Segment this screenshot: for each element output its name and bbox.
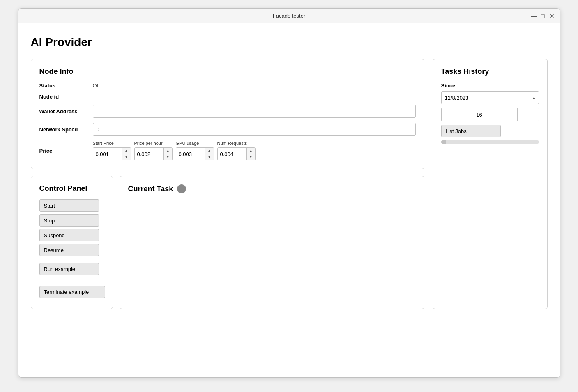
time-hour-input[interactable]	[442, 108, 518, 121]
spinner-input: ▲ ▼	[176, 147, 214, 160]
node-info-card: Node Info Status Off Node id Wallet Addr…	[31, 59, 424, 169]
wallet-address-input[interactable]	[93, 105, 416, 118]
progress-bar	[441, 140, 539, 144]
node-info-title: Node Info	[39, 67, 416, 76]
tasks-history-title: Tasks History	[441, 67, 539, 76]
maximize-button[interactable]: □	[540, 13, 546, 19]
since-label: Since:	[441, 83, 539, 89]
current-task-header: Current Task	[128, 184, 416, 193]
tasks-history-card: Tasks History Since: ⬥ List Jobs	[433, 59, 548, 309]
stop-button[interactable]: Stop	[39, 214, 99, 227]
status-label: Status	[39, 83, 93, 89]
network-speed-input[interactable]	[93, 123, 416, 136]
spinner-input: ▲ ▼	[93, 147, 131, 160]
price-group-label: Start Price	[93, 141, 131, 146]
calendar-icon[interactable]: ⬥	[529, 92, 539, 104]
close-button[interactable]: ✕	[549, 13, 555, 19]
spinner-value[interactable]	[176, 148, 205, 160]
price-label: Price	[39, 148, 93, 154]
current-task-status-dot	[177, 184, 186, 193]
spinner-input: ▲ ▼	[134, 147, 173, 160]
spinner-buttons: ▲ ▼	[122, 148, 131, 160]
titlebar: Facade tester — □ ✕	[18, 9, 560, 23]
page-title: AI Provider	[31, 36, 548, 49]
price-group-label: Num Requests	[217, 141, 256, 146]
spinner-value[interactable]	[218, 148, 246, 160]
wallet-address-label: Wallet Address	[39, 108, 93, 115]
spinner-down-button[interactable]: ▼	[122, 154, 131, 160]
time-inputs	[441, 108, 539, 121]
content-area: AI Provider Node Info Status Off Node id…	[18, 23, 560, 377]
time-minute-input[interactable]	[518, 108, 539, 121]
current-task-title: Current Task	[128, 185, 173, 193]
spinner-down-button[interactable]: ▼	[164, 154, 172, 160]
progress-bar-fill	[441, 140, 446, 144]
spinner-buttons: ▲ ▼	[163, 148, 172, 160]
price-group-num-requests: Num Requests ▲ ▼	[217, 141, 256, 160]
control-panel-title: Control Panel	[39, 184, 104, 193]
left-column: Node Info Status Off Node id Wallet Addr…	[31, 59, 424, 309]
window-title: Facade tester	[273, 13, 306, 19]
main-window: Facade tester — □ ✕ AI Provider Node Inf…	[18, 8, 560, 378]
spinner-up-button[interactable]: ▲	[205, 148, 214, 154]
price-group-start-price: Start Price ▲ ▼	[93, 141, 131, 160]
run-example-button[interactable]: Run example	[39, 263, 99, 275]
suspend-button[interactable]: Suspend	[39, 229, 99, 241]
control-panel-card: Control Panel StartStopSuspendResume Run…	[31, 176, 113, 309]
spinner-up-button[interactable]: ▲	[122, 148, 131, 154]
spinner-value[interactable]	[135, 148, 163, 160]
terminate-example-button[interactable]: Terminate example	[39, 286, 105, 298]
spinner-value[interactable]	[93, 148, 122, 160]
price-fields: Start Price ▲ ▼ Price per hour ▲ ▼ GPU u…	[93, 141, 416, 160]
date-input[interactable]	[442, 95, 529, 101]
spinner-input: ▲ ▼	[217, 147, 256, 160]
current-task-card: Current Task	[120, 176, 424, 309]
price-group-price-per-hour: Price per hour ▲ ▼	[134, 141, 173, 160]
spinner-buttons: ▲ ▼	[205, 148, 214, 160]
spinner-up-button[interactable]: ▲	[164, 148, 172, 154]
list-jobs-button[interactable]: List Jobs	[441, 125, 501, 137]
price-group-label: GPU usage	[176, 141, 214, 146]
bottom-cards: Control Panel StartStopSuspendResume Run…	[31, 176, 424, 309]
price-group-label: Price per hour	[134, 141, 173, 146]
spinner-down-button[interactable]: ▼	[247, 154, 255, 160]
spinner-down-button[interactable]: ▼	[205, 154, 214, 160]
right-column: Tasks History Since: ⬥ List Jobs	[433, 59, 548, 309]
resume-button[interactable]: Resume	[39, 244, 99, 256]
start-button[interactable]: Start	[39, 199, 99, 212]
window-controls: — □ ✕	[531, 13, 555, 19]
node-info-grid: Status Off Node id Wallet Address Networ…	[39, 83, 416, 160]
status-value: Off	[93, 83, 416, 89]
minimize-button[interactable]: —	[531, 13, 537, 19]
control-btn-group: StartStopSuspendResume	[39, 199, 104, 256]
spinner-buttons: ▲ ▼	[246, 148, 255, 160]
network-speed-label: Network Speed	[39, 126, 93, 133]
spinner-up-button[interactable]: ▲	[247, 148, 255, 154]
node-id-label: Node id	[39, 94, 93, 100]
price-group-gpu-usage: GPU usage ▲ ▼	[176, 141, 214, 160]
date-input-row: ⬥	[441, 91, 539, 104]
main-layout: Node Info Status Off Node id Wallet Addr…	[31, 59, 548, 309]
